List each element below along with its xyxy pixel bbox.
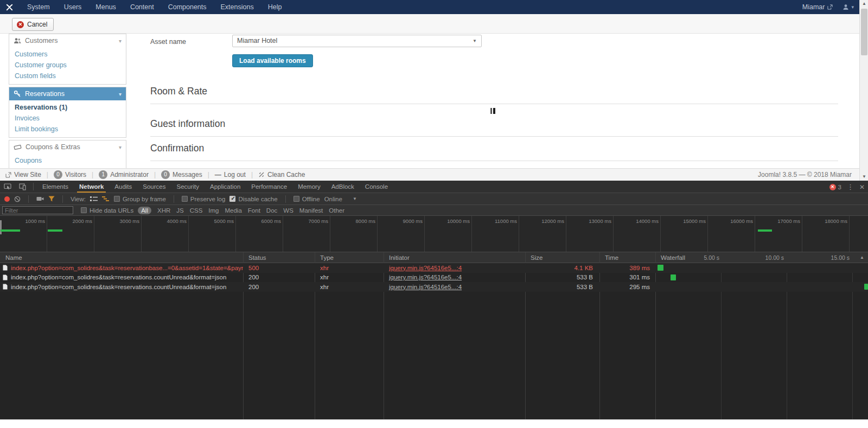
- menu-menus[interactable]: Menus: [88, 0, 123, 14]
- initiator-link[interactable]: jquery.min.js?64516e5...:4: [389, 274, 462, 280]
- divider: [28, 195, 29, 203]
- error-count-badge[interactable]: ✕ 3: [829, 184, 841, 190]
- column-header-name[interactable]: Name: [0, 252, 22, 263]
- logout-link[interactable]: — Log out: [209, 171, 251, 178]
- filter-type-doc[interactable]: Doc: [266, 207, 277, 214]
- tab-security[interactable]: Security: [171, 181, 205, 193]
- tab-memory[interactable]: Memory: [292, 181, 326, 193]
- tab-elements[interactable]: Elements: [37, 181, 74, 193]
- sidebar-item-customer-groups[interactable]: Customer groups: [9, 60, 126, 71]
- filter-type-ws[interactable]: WS: [283, 207, 293, 214]
- sidebar-item-coupons[interactable]: Coupons: [9, 155, 126, 166]
- sidebar-panel-header-reservations[interactable]: Reservations▾: [9, 87, 126, 100]
- menu-users[interactable]: Users: [57, 0, 89, 14]
- group-by-frame-checkbox[interactable]: Group by frame: [114, 196, 166, 202]
- overview-request-bar: [1, 229, 20, 232]
- clear-icon[interactable]: [14, 196, 21, 202]
- filter-type-img[interactable]: Img: [208, 207, 219, 214]
- tab-adblock[interactable]: AdBlock: [326, 181, 360, 193]
- menu-help[interactable]: Help: [261, 0, 289, 14]
- scrollbar-thumb[interactable]: [861, 9, 867, 55]
- waterfall-bar: [864, 284, 868, 290]
- column-header-type[interactable]: Type: [315, 252, 334, 263]
- column-header-status[interactable]: Status: [243, 252, 266, 263]
- request-status-cell: 200: [243, 284, 315, 290]
- list-view-icon[interactable]: [90, 196, 98, 202]
- table-row[interactable]: index.php?option=com_solidres&task=reser…: [0, 263, 868, 273]
- request-size-cell: 533 B: [525, 274, 599, 280]
- filter-input[interactable]: [2, 206, 73, 214]
- sidebar-item-reservations-1[interactable]: Reservations (1): [9, 102, 126, 113]
- initiator-link[interactable]: jquery.min.js?64516e5...:4: [389, 265, 462, 271]
- tab-audits[interactable]: Audits: [109, 181, 137, 193]
- scroll-down-arrow-icon[interactable]: ▼: [860, 173, 868, 181]
- record-button[interactable]: [4, 196, 10, 202]
- view-site-link[interactable]: View Site: [0, 171, 47, 178]
- menu-components[interactable]: Components: [161, 0, 214, 14]
- chevron-down-icon: ▾: [119, 38, 122, 44]
- network-filterbar: Hide data URLs AllXHRJSCSSImgMediaFontDo…: [0, 205, 868, 216]
- filter-type-css[interactable]: CSS: [190, 207, 203, 214]
- scroll-up-arrow-icon[interactable]: ▲: [860, 0, 868, 8]
- page-scrollbar[interactable]: ▲ ▼: [859, 0, 868, 181]
- offline-checkbox[interactable]: Offline: [293, 196, 320, 202]
- messages-status[interactable]: 0 Messages: [156, 170, 208, 179]
- filter-type-all[interactable]: All: [138, 207, 151, 214]
- visitors-status[interactable]: 0 Visitors: [48, 170, 92, 179]
- tab-sources[interactable]: Sources: [137, 181, 171, 193]
- administrator-status[interactable]: 1 Administrator: [93, 170, 154, 179]
- close-devtools-icon[interactable]: ✕: [859, 183, 865, 191]
- sidebar-item-limit-bookings[interactable]: Limit bookings: [9, 124, 126, 135]
- asset-name-select[interactable]: Miamar Hotel ▼: [232, 35, 482, 47]
- waterfall-view-icon[interactable]: [102, 196, 110, 202]
- load-available-rooms-button[interactable]: Load available rooms: [232, 54, 313, 67]
- checkbox: [114, 196, 120, 202]
- throttling-dropdown[interactable]: Online ▼: [324, 196, 357, 202]
- menu-system[interactable]: System: [20, 0, 57, 14]
- timeline-tick-11000-ms: 11000 ms: [472, 216, 519, 252]
- sidebar-item-invoices[interactable]: Invoices: [9, 113, 126, 124]
- hide-data-urls-checkbox[interactable]: Hide data URLs: [81, 207, 133, 214]
- cancel-button[interactable]: ✕ Cancel: [12, 18, 54, 31]
- sidebar-item-custom-fields[interactable]: Custom fields: [9, 71, 126, 81]
- timeline-tick-8000-ms: 8000 ms: [330, 216, 378, 252]
- column-header-initiator[interactable]: Initiator: [384, 252, 410, 263]
- filter-type-js[interactable]: JS: [176, 207, 183, 214]
- network-overview-timeline[interactable]: 1000 ms2000 ms3000 ms4000 ms5000 ms6000 …: [0, 216, 868, 252]
- sidebar-panel-header-customers[interactable]: Customers▾: [9, 34, 126, 47]
- menu-extensions[interactable]: Extensions: [214, 0, 261, 14]
- sort-arrow-icon[interactable]: ▲: [860, 252, 864, 263]
- user-menu[interactable]: ▾: [843, 4, 854, 10]
- filter-type-font[interactable]: Font: [248, 207, 260, 214]
- filter-type-media[interactable]: Media: [225, 207, 242, 214]
- column-header-size[interactable]: Size: [525, 252, 542, 263]
- clean-cache-link[interactable]: Clean Cache: [253, 171, 310, 178]
- tab-console[interactable]: Console: [360, 181, 393, 193]
- tab-application[interactable]: Application: [205, 181, 246, 193]
- timeline-drag-handle[interactable]: [0, 220, 2, 234]
- initiator-link[interactable]: jquery.min.js?64516e5...:4: [389, 284, 462, 290]
- tab-network[interactable]: Network: [74, 181, 109, 193]
- tab-performance[interactable]: Performance: [246, 181, 292, 193]
- table-row[interactable]: index.php?option=com_solidres&task=reser…: [0, 282, 868, 292]
- inspect-element-icon[interactable]: [0, 183, 15, 190]
- filter-type-xhr[interactable]: XHR: [157, 207, 170, 214]
- sidebar-panel-header-coupons-extras[interactable]: Coupons & Extras▾: [9, 140, 126, 154]
- kebab-menu-icon[interactable]: ⋮: [847, 183, 854, 191]
- filter-type-manifest[interactable]: Manifest: [299, 207, 323, 214]
- menu-content[interactable]: Content: [123, 0, 161, 14]
- filter-type-other[interactable]: Other: [329, 207, 344, 214]
- visitors-badge: 0: [54, 170, 62, 179]
- messages-label: Messages: [173, 171, 202, 178]
- capture-screenshots-icon[interactable]: [36, 196, 44, 202]
- column-header-time[interactable]: Time: [599, 252, 618, 263]
- devtools-panel: ElementsNetworkAuditsSourcesSecurityAppl…: [0, 181, 868, 419]
- site-link[interactable]: Miamar: [802, 3, 833, 11]
- device-toolbar-icon[interactable]: [15, 183, 30, 190]
- table-row[interactable]: index.php?option=com_solidres&task=reser…: [0, 273, 868, 283]
- filter-icon[interactable]: [48, 196, 55, 202]
- preserve-log-checkbox[interactable]: Preserve log: [182, 196, 226, 202]
- disable-cache-checkbox[interactable]: Disable cache: [229, 196, 277, 202]
- messages-badge: 0: [161, 170, 170, 179]
- sidebar-item-customers[interactable]: Customers: [9, 49, 126, 60]
